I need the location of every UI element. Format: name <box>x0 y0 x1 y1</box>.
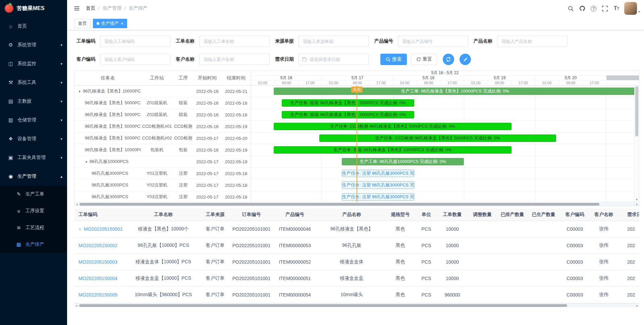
table-row[interactable]: MO20220515000296孔孔板【10000】PCS客户订单PO20220… <box>74 237 639 254</box>
edit-button[interactable] <box>460 54 471 65</box>
app-logo[interactable]: 苦糖果MES <box>0 0 67 17</box>
gantt-bar[interactable]: 生产任务: 注塑 96孔孔板3000PCS 完成比例: 0% <box>342 170 414 177</box>
filter-input[interactable] <box>100 36 170 47</box>
github-icon[interactable] <box>577 0 588 17</box>
help-icon[interactable]: ? <box>588 0 599 17</box>
search-icon[interactable] <box>565 0 577 17</box>
font-size-icon[interactable]: TT <box>611 0 622 17</box>
filter-input[interactable] <box>398 36 468 47</box>
tab-1[interactable]: 生产排产× <box>93 19 127 28</box>
hamburger-icon[interactable] <box>74 5 80 11</box>
sidebar-item-8[interactable]: ◉生产管理▴ <box>0 167 67 186</box>
close-icon[interactable]: × <box>121 21 123 26</box>
table-row[interactable]: ∨MO202205150001移液盒【黑色】10000个客户订单PO202205… <box>74 221 639 237</box>
sidebar-item-0[interactable]: ⌂首页 <box>0 17 67 36</box>
scroll-left-arrow[interactable]: ◂ <box>74 304 78 307</box>
sidebar-submenu: ✎生产工单≡工序设置≋工艺流程▦生产排产 <box>0 186 67 253</box>
gantt-grid-row[interactable]: 96孔移液盒【黑色】5000PCSCCD检测机#02CCD检测2022-05-1… <box>75 132 251 144</box>
gantt-grid-row[interactable]: 96孔孔板3000PCSY02注塑机注塑2022-05-172022-05-18 <box>75 179 251 191</box>
tab-0[interactable]: 首页 <box>74 19 91 28</box>
table-row[interactable]: MO202205150004移液盒盒盖【10000】PCS客户订单PO20220… <box>74 270 639 287</box>
gantt-days-row: 5月 165月 175月 185月 195月 20 <box>251 75 639 80</box>
sidebar-subitem-2[interactable]: ≋工艺流程 <box>0 219 67 236</box>
table-cell: 移液盒盒体【10000】PCS <box>128 259 199 265</box>
breadcrumb-item-0[interactable]: 首页 <box>86 5 95 11</box>
gantt-grid-row[interactable]: ▼96孔移液盒【黑色】10000PCS2022-05-162022-05-21 <box>75 86 251 97</box>
gantt-bar[interactable]: 生产任务: 包装 96孔移液盒【黑色】10000PCS 完成比例: 0% <box>274 146 512 154</box>
gantt-day-header: 5月 16 <box>251 75 322 80</box>
expand-chevron-icon[interactable]: ∨ <box>78 227 82 231</box>
gantt-grid-row[interactable]: 96孔孔板3000PCSY01注塑机注塑2022-05-172022-05-18 <box>75 168 251 179</box>
gantt-range-label: 5月 16 - 5月 22 <box>251 71 639 75</box>
scroll-right-arrow[interactable]: ▸ <box>635 304 639 307</box>
scrollbar-thumb[interactable] <box>635 86 638 137</box>
gantt-bar[interactable]: 生产任务: CCD检测 96孔移液盒【黑色】5000PCS 完成比例: 0% <box>319 134 556 142</box>
expand-triangle-icon[interactable]: ▼ <box>85 160 88 164</box>
work-order-link[interactable]: MO202205150002 <box>78 243 117 248</box>
gantt-bar[interactable]: 生产任务: 注塑 96孔孔板3000PCS 完成比例: 0% <box>342 193 414 201</box>
sidebar-subitem-1[interactable]: ≡工序设置 <box>0 203 67 219</box>
filter-input[interactable] <box>497 36 568 47</box>
scroll-down-arrow[interactable]: ▾ <box>635 197 639 202</box>
gantt-task-name: 96孔孔板3000PCS <box>75 170 141 176</box>
scrollbar-thumb[interactable] <box>79 203 599 206</box>
gantt-bar[interactable]: 生产工单: 96孔孔板10000PCS 完成比例: 0% <box>342 158 464 165</box>
gantt-bar[interactable]: 生产任务: 组装 96孔移液盒【黑色】5000PCS 完成比例: 0% <box>282 99 414 107</box>
work-order-link[interactable]: MO202205150005 <box>78 292 117 297</box>
filter-input[interactable] <box>199 36 270 47</box>
table-horizontal-scrollbar[interactable]: ◂ ▸ <box>74 303 639 307</box>
sidebar-item-4[interactable]: ▤主数据▾ <box>0 92 67 111</box>
work-order-link[interactable]: MO202205150003 <box>78 259 117 265</box>
gantt-grid-row[interactable]: 96孔移液盒【黑色】5000PCSZ01组装机组装2022-05-162022-… <box>75 97 251 109</box>
scroll-left-arrow[interactable]: ◂ <box>75 202 79 206</box>
chevron-down-icon: ▾ <box>60 118 62 122</box>
gantt-grid-row[interactable]: 96孔孔板3000PCSY03注塑机注塑2022-05-172022-05-18 <box>75 191 251 202</box>
menu-label: 工装夹具管理 <box>17 155 46 161</box>
work-order-link[interactable]: MO202205150001 <box>84 226 123 232</box>
table-row[interactable]: MO202205150003移液盒盒体【10000】PCS客户订单PO20220… <box>74 254 639 270</box>
refresh-button[interactable] <box>443 54 454 65</box>
flow-icon: ≋ <box>15 225 22 231</box>
chevron-down-icon: ▾ <box>60 43 62 47</box>
table-column-header: 需求日期 <box>617 212 639 218</box>
reset-button[interactable]: 重置 <box>411 54 437 65</box>
filter-input[interactable] <box>199 54 270 65</box>
table-cell: ITEM00000052 <box>271 259 319 265</box>
table-cell: 960000 <box>437 292 468 297</box>
menu-label: 工序设置 <box>25 208 44 214</box>
sidebar-item-6[interactable]: ❖设备管理▾ <box>0 129 67 148</box>
sidebar-subitem-0[interactable]: ✎生产工单 <box>0 186 67 203</box>
gantt-bar[interactable]: 生产任务: 注塑 96孔孔板3000PCS 完成比例: 0% <box>342 181 414 189</box>
sidebar-item-3[interactable]: ⚒系统工具▾ <box>0 73 67 92</box>
avatar[interactable] <box>624 2 637 15</box>
table-cell: 10000 <box>437 276 468 281</box>
fullscreen-icon[interactable] <box>599 0 611 17</box>
gantt-grid-row[interactable]: ▼96孔孔板10000PCS2022-05-172022-05-19 <box>75 156 251 168</box>
gantt-grid-header: 任务名工作站工序开始时间结束时间 <box>75 71 251 85</box>
sidebar-item-5[interactable]: ▥仓储管理▾ <box>0 111 67 129</box>
gantt-grid-row[interactable]: 96孔移液盒【黑色】5000PCSZ02组装机组装2022-05-162022-… <box>75 109 251 121</box>
sidebar-item-1[interactable]: ⚙系统管理▾ <box>0 36 67 54</box>
filter-input[interactable] <box>100 54 170 65</box>
filter-input[interactable] <box>299 36 369 47</box>
gantt-vertical-scrollbar[interactable]: ▾ <box>634 86 639 202</box>
gantt-grid-row[interactable]: 96孔移液盒【黑色】10000PCS包装机包装2022-05-162022-05… <box>75 144 251 156</box>
sidebar-subitem-3[interactable]: ▦生产排产 <box>0 236 67 253</box>
work-order-link[interactable]: MO202205150004 <box>78 276 117 281</box>
table-row[interactable]: MO20220515000510mm吸头【960000】PCS客户订单PO202… <box>74 287 639 303</box>
table-cell: 202 <box>617 259 639 265</box>
gantt-horizontal-scrollbar[interactable]: ◂ ▸ <box>75 202 639 206</box>
search-button[interactable]: 搜索 <box>380 54 407 65</box>
gantt-bar[interactable]: 生产任务: 组装 96孔移液盒【黑色】5000PCS 完成比例: 0% <box>282 111 414 118</box>
gantt-hour-header: 01:00 <box>464 80 488 86</box>
scroll-right-arrow[interactable]: ▸ <box>635 202 639 206</box>
expand-triangle-icon[interactable]: ▼ <box>78 90 81 93</box>
gantt-bar[interactable]: 生产工单: 96孔移液盒【黑色】10000PCS 完成比例: 0% <box>274 88 637 95</box>
scrollbar-thumb[interactable] <box>79 304 567 307</box>
sidebar-item-7[interactable]: ▣工装夹具管理▾ <box>0 148 67 167</box>
gantt-grid-row[interactable]: 96孔移液盒【黑色】5000PCSCCD检测机#01CCD检测2022-05-1… <box>75 121 251 132</box>
gantt-bar[interactable]: 生产任务: CCD检测 96孔移液盒【黑色】5000PCS 完成比例: 0% <box>274 123 512 130</box>
sidebar-item-2[interactable]: ◫系统监控▾ <box>0 54 67 73</box>
date-input[interactable] <box>299 54 369 65</box>
user-menu[interactable]: ▾ <box>624 2 640 15</box>
